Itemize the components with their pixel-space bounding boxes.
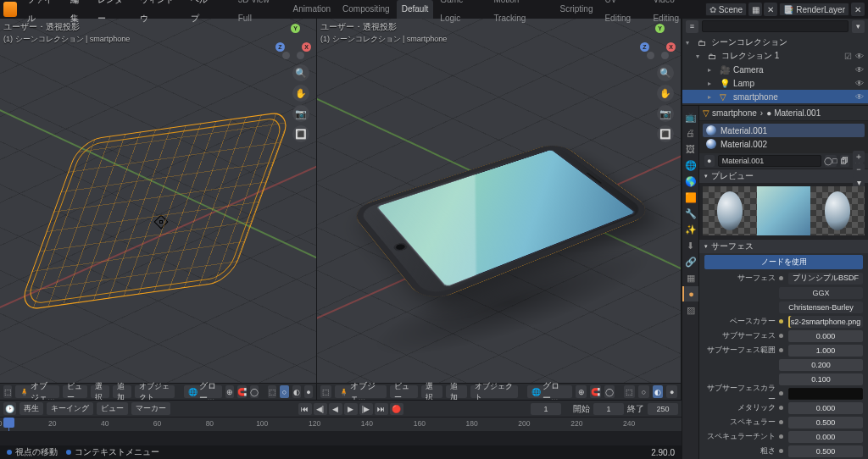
preview-sphere[interactable] xyxy=(703,186,757,235)
mode-selector[interactable]: 🧍 オブジェ... xyxy=(335,385,387,398)
tree-item-smartphone[interactable]: ▸▽ smartphone 👁 xyxy=(682,90,868,103)
next-key-icon[interactable]: |▶ xyxy=(359,403,373,415)
tab-uvediting[interactable]: UV Editing xyxy=(599,0,646,28)
surface-shader-field[interactable]: プリンシプルBSDF xyxy=(788,273,863,285)
eye-icon[interactable]: 👁 xyxy=(854,52,865,61)
number-field[interactable]: 0.500 xyxy=(788,417,863,429)
editor-type-icon[interactable]: ⬚ xyxy=(320,385,331,398)
eye-icon[interactable]: 👁 xyxy=(854,92,865,102)
end-frame-field[interactable]: 250 xyxy=(648,403,678,415)
tab-viewlayer-icon[interactable]: 🖼 xyxy=(682,141,698,157)
distribution-b-field[interactable]: Christensen-Burley xyxy=(779,301,863,313)
tree-item-camera[interactable]: ▸🎥 Camera 👁 xyxy=(682,63,868,76)
section-surface[interactable]: ▾サーフェス xyxy=(699,239,868,253)
eye-icon[interactable]: 👁 xyxy=(854,65,865,75)
tab-motiontrack[interactable]: Motion Tracking xyxy=(488,0,553,28)
material-browse-icon[interactable]: ● xyxy=(704,155,715,167)
solid-object[interactable] xyxy=(351,103,656,349)
number-field[interactable]: 0.000 xyxy=(788,402,863,414)
tab-object-icon[interactable]: 🟧 xyxy=(682,190,698,205)
gizmo-neg-icon[interactable] xyxy=(661,52,669,59)
number-field[interactable]: 0.000 xyxy=(788,431,863,443)
socket-dot-icon[interactable] xyxy=(779,434,783,439)
tab-scripting[interactable]: Scripting xyxy=(555,0,598,19)
number-field[interactable]: 0.200 xyxy=(779,359,863,371)
socket-dot-icon[interactable] xyxy=(779,406,783,410)
zoom-icon[interactable]: 🔍 xyxy=(657,64,674,81)
prev-key-icon[interactable]: ◀| xyxy=(314,403,327,415)
shading-lookdev-icon[interactable]: ◐ xyxy=(653,385,664,398)
section-preview[interactable]: ▾プレビュー xyxy=(699,169,868,183)
tl-menu-marker[interactable]: マーカー xyxy=(131,402,170,415)
footer-menu-object[interactable]: オブジェクト xyxy=(470,385,517,398)
propedit-icon[interactable]: ◯ xyxy=(250,385,259,398)
tab-gamelogic[interactable]: Game Logic xyxy=(435,0,487,28)
footer-menu-view[interactable]: ビュー xyxy=(390,385,418,398)
tree-scene-root[interactable]: ▾🗀 シーンコレクション xyxy=(682,36,868,49)
restrict-select-icon[interactable]: ☑ xyxy=(843,52,853,61)
socket-dot-icon[interactable] xyxy=(779,334,783,338)
tab-default[interactable]: Default xyxy=(397,0,434,19)
gizmo-x-icon[interactable]: X xyxy=(302,42,311,52)
play-rev-icon[interactable]: ◀ xyxy=(329,403,342,415)
number-field[interactable]: 0.500 xyxy=(788,445,863,457)
footer-menu-select[interactable]: 選択 xyxy=(91,385,109,398)
snap-icon[interactable]: 🧲 xyxy=(237,385,247,398)
gizmo-neg-icon[interactable] xyxy=(297,52,304,59)
orientation-selector[interactable]: 🌐 グロー... xyxy=(184,385,222,398)
menu-render[interactable]: レンダー xyxy=(92,0,133,28)
tab-mesh-icon[interactable]: ▦ xyxy=(682,270,698,285)
preview-flat[interactable] xyxy=(757,186,811,235)
jump-end-icon[interactable]: ⏭ xyxy=(375,403,388,415)
shading-solid-icon[interactable]: ○ xyxy=(280,385,288,398)
tree-item-lamp[interactable]: ▸💡 Lamp 👁 xyxy=(682,76,868,90)
menu-file[interactable]: ファイル xyxy=(22,0,63,28)
material-name-field[interactable] xyxy=(718,155,821,167)
preview-sphere2[interactable] xyxy=(810,186,865,235)
gizmo-x-icon[interactable]: X xyxy=(666,42,676,52)
use-nodes-button[interactable]: ノードを使用 xyxy=(704,255,863,269)
new-mat-icon[interactable]: 🗐 xyxy=(840,155,850,167)
tab-compositing[interactable]: Compositing xyxy=(337,0,395,19)
socket-dot-icon[interactable] xyxy=(779,420,783,424)
outliner-search-input[interactable] xyxy=(702,20,849,32)
mode-selector[interactable]: 🧍 オブジェ... xyxy=(15,385,59,398)
tab-render-icon[interactable]: 📺 xyxy=(682,109,698,124)
tab-constraint-icon[interactable]: 🔗 xyxy=(682,254,698,269)
gizmo-z-icon[interactable]: Z xyxy=(640,42,649,52)
eye-icon[interactable]: 👁 xyxy=(854,79,865,88)
socket-dot-icon[interactable] xyxy=(779,449,783,453)
footer-menu-add[interactable]: 追加 xyxy=(113,385,131,398)
base-color-field[interactable]: s2-2smartphone.png xyxy=(788,316,863,328)
gizmo-z-icon[interactable]: Z xyxy=(275,42,285,52)
orientation-selector[interactable]: 🌐 グロー... xyxy=(527,385,572,398)
propedit-icon[interactable]: ◯ xyxy=(604,385,615,398)
start-frame-field[interactable]: 1 xyxy=(593,403,624,415)
material-slot[interactable]: Material.001 xyxy=(703,124,865,137)
editor-type-icon[interactable]: ⬚ xyxy=(3,385,12,398)
menu-window[interactable]: ウィンドウ xyxy=(135,0,183,28)
socket-dot-icon[interactable] xyxy=(779,276,783,280)
play-icon[interactable]: ▶ xyxy=(344,403,358,415)
pivot-icon[interactable]: ⊕ xyxy=(576,385,587,398)
footer-menu-select[interactable]: 選択 xyxy=(421,385,442,398)
tab-world-icon[interactable]: 🌎 xyxy=(682,174,698,189)
slot-add-icon[interactable]: ＋ xyxy=(853,151,865,163)
socket-dot-icon[interactable] xyxy=(779,348,783,352)
filter-icon[interactable]: ▾ xyxy=(852,20,865,33)
footer-menu-object[interactable]: オブジェクト xyxy=(135,385,175,398)
shading-solid-icon[interactable]: ○ xyxy=(638,385,649,398)
renderlayer-selector[interactable]: 📑 RenderLayer xyxy=(779,3,849,16)
footer-menu-view[interactable]: ビュー xyxy=(63,385,86,398)
tab-output-icon[interactable]: 🖨 xyxy=(682,125,698,141)
socket-dot-icon[interactable] xyxy=(779,391,783,395)
tab-physics-icon[interactable]: ⬇ xyxy=(682,238,698,253)
number-field[interactable]: 0.000 xyxy=(788,330,863,342)
tab-material-icon[interactable]: ● xyxy=(682,286,698,301)
editor-type-icon[interactable]: 🕑 xyxy=(3,402,16,415)
color-swatch[interactable] xyxy=(788,388,863,400)
shading-wire-icon[interactable]: ⬚ xyxy=(268,385,276,398)
slot-remove-icon[interactable]: － xyxy=(853,163,865,175)
users-icon[interactable]: ◯□ xyxy=(825,155,837,167)
distribution-a-field[interactable]: GGX xyxy=(779,287,863,299)
